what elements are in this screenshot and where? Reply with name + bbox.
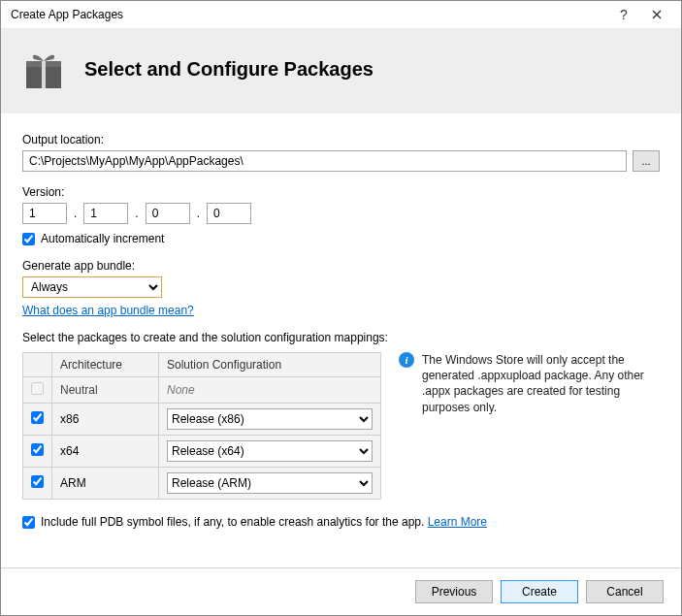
dialog-header: Select and Configure Packages — [1, 28, 681, 113]
close-button[interactable] — [640, 1, 673, 28]
auto-increment-checkbox[interactable] — [22, 233, 35, 245]
table-row: Neutral None — [23, 377, 381, 404]
version-build-input[interactable] — [146, 203, 190, 224]
config-select-x86[interactable]: Release (x86) — [167, 408, 373, 430]
col-config: Solution Configuration — [159, 353, 381, 377]
page-title: Select and Configure Packages — [84, 58, 373, 81]
arch-cell: ARM — [52, 468, 159, 500]
col-checkbox — [23, 353, 52, 377]
bundle-label: Generate app bundle: — [22, 259, 660, 273]
table-row: x86 Release (x86) — [23, 404, 381, 436]
version-label: Version: — [22, 185, 660, 199]
arch-cell: x86 — [52, 404, 159, 436]
arch-x64-checkbox[interactable] — [31, 443, 44, 456]
window-title: Create App Packages — [11, 8, 607, 21]
help-button[interactable]: ? — [607, 1, 640, 28]
info-note: i The Windows Store will only accept the… — [399, 352, 651, 415]
svg-rect-2 — [42, 61, 46, 88]
output-location-input[interactable] — [22, 150, 627, 172]
arch-cell: Neutral — [52, 377, 159, 404]
close-icon — [652, 10, 662, 19]
arch-x86-checkbox[interactable] — [31, 411, 44, 424]
info-icon: i — [399, 352, 414, 368]
output-location-label: Output location: — [22, 133, 660, 146]
col-architecture: Architecture — [52, 353, 159, 377]
previous-button[interactable]: Previous — [415, 580, 493, 603]
bundle-help-link[interactable]: What does an app bundle mean? — [22, 304, 194, 317]
packages-instruction: Select the packages to create and the so… — [22, 331, 660, 344]
version-major-input[interactable] — [22, 203, 67, 224]
config-select-arm[interactable]: Release (ARM) — [167, 472, 373, 494]
version-revision-input[interactable] — [207, 203, 251, 224]
auto-increment-label[interactable]: Automatically increment — [41, 232, 164, 245]
config-cell: None — [159, 377, 381, 404]
arch-cell: x64 — [52, 436, 159, 468]
table-row: x64 Release (x64) — [23, 436, 381, 468]
table-row: ARM Release (ARM) — [23, 468, 381, 500]
content-area: Output location: ... Version: . . . Auto… — [1, 113, 681, 567]
info-text: The Windows Store will only accept the g… — [422, 352, 651, 415]
config-select-x64[interactable]: Release (x64) — [167, 440, 373, 462]
browse-button[interactable]: ... — [633, 150, 660, 172]
packages-table: Architecture Solution Configuration Neut… — [22, 352, 381, 500]
include-pdb-checkbox[interactable] — [22, 516, 35, 529]
bundle-select[interactable]: Always — [22, 276, 162, 298]
pdb-learn-more-link[interactable]: Learn More — [428, 515, 487, 529]
arch-neutral-checkbox[interactable] — [31, 382, 44, 395]
button-bar: Previous Create Cancel — [1, 567, 681, 615]
titlebar: Create App Packages ? — [1, 1, 681, 28]
create-button[interactable]: Create — [501, 580, 578, 603]
cancel-button[interactable]: Cancel — [586, 580, 664, 603]
arch-arm-checkbox[interactable] — [31, 475, 44, 488]
package-icon — [20, 46, 67, 92]
version-minor-input[interactable] — [83, 203, 128, 224]
include-pdb-label[interactable]: Include full PDB symbol files, if any, t… — [41, 515, 487, 529]
